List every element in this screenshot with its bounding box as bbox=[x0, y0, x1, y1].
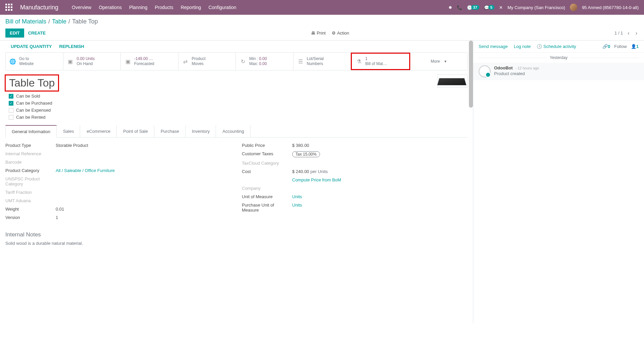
breadcrumb-table[interactable]: Table bbox=[52, 18, 66, 25]
stat-product-moves[interactable]: ⇄ Product Moves bbox=[178, 53, 236, 70]
schedule-activity-button[interactable]: 🕓 Schedule activity bbox=[537, 44, 576, 49]
activity-indicator[interactable]: 🕓 37 bbox=[467, 5, 479, 10]
tab-general-info[interactable]: General Information bbox=[5, 125, 57, 137]
lbl-internal-ref: Internal Reference bbox=[5, 151, 56, 156]
clock-icon: 🕓 bbox=[537, 44, 542, 49]
print-icon: 🖶 bbox=[311, 31, 315, 36]
stat-bill-of-materials[interactable]: ⚗ 1Bill of Mat… bbox=[351, 53, 410, 70]
tab-sales[interactable]: Sales bbox=[57, 125, 80, 137]
lbl-customer-taxes: Customer Taxes bbox=[242, 151, 292, 156]
app-brand[interactable]: Manufacturing bbox=[20, 4, 58, 11]
compute-price-link[interactable]: Compute Price from BoM bbox=[292, 177, 341, 182]
lbl-umt: UMT Aduana bbox=[5, 198, 56, 203]
replenish-button[interactable]: REPLENISH bbox=[59, 44, 84, 49]
bug-icon[interactable]: ✹ bbox=[448, 5, 452, 10]
lbl-product-type: Product Type bbox=[5, 143, 56, 148]
val-uom[interactable]: Units bbox=[292, 194, 302, 199]
stat-on-hand[interactable]: ▣ 0.00 UnitsOn Hand bbox=[63, 53, 121, 70]
menu-reporting[interactable]: Reporting bbox=[181, 5, 201, 10]
val-public-price: $ 380.00 bbox=[292, 143, 468, 148]
top-navbar: Manufacturing Overview Operations Planni… bbox=[0, 0, 644, 15]
stat-more[interactable]: More ▾ bbox=[410, 53, 468, 70]
paperclip-icon: 🔗 bbox=[602, 44, 608, 49]
tab-pos[interactable]: Point of Sale bbox=[117, 125, 154, 137]
val-customer-taxes[interactable]: Tax 15.00% bbox=[292, 151, 320, 157]
message-count: 5 bbox=[488, 5, 494, 10]
print-button[interactable]: 🖶 Print bbox=[311, 31, 326, 36]
breadcrumb-current: Table Top bbox=[72, 18, 98, 25]
tab-purchase[interactable]: Purchase bbox=[154, 125, 185, 137]
val-category[interactable]: All / Saleable / Office Furniture bbox=[56, 168, 115, 173]
menu-products[interactable]: Products bbox=[155, 5, 173, 10]
menu-planning[interactable]: Planning bbox=[129, 5, 148, 10]
user-avatar[interactable] bbox=[570, 4, 577, 11]
transfer-icon: ⇄ bbox=[182, 58, 189, 65]
main-menu: Overview Operations Planning Products Re… bbox=[72, 5, 448, 10]
chatter-date-separator: Yesterday bbox=[473, 53, 644, 63]
internal-notes-title: Internal Notes bbox=[5, 231, 468, 238]
user-name[interactable]: 95 Anmed (8567780-14-0-all) bbox=[582, 5, 639, 10]
lbl-company: Company bbox=[242, 186, 292, 191]
tab-ecommerce[interactable]: eCommerce bbox=[80, 125, 117, 137]
action-button[interactable]: ⚙ Action bbox=[332, 31, 349, 36]
product-title: Table Top bbox=[5, 74, 59, 92]
msg-time: - 12 hours ago bbox=[515, 66, 539, 70]
stat-website[interactable]: 🌐 Go to Website bbox=[6, 53, 63, 70]
pager-prev[interactable]: ‹ bbox=[626, 30, 631, 36]
check-can-be-sold[interactable]: ✓Can be Sold bbox=[9, 94, 468, 99]
odoobot-avatar bbox=[479, 65, 491, 77]
company-selector[interactable]: My Company (San Francisco) bbox=[507, 5, 565, 10]
breadcrumb-sep: / bbox=[68, 18, 70, 25]
create-button[interactable]: CREATE bbox=[28, 31, 46, 36]
check-can-be-rented[interactable]: Can be Rented bbox=[9, 115, 468, 120]
apps-grid-icon[interactable] bbox=[5, 4, 13, 11]
lbl-public-price: Public Price bbox=[242, 143, 292, 148]
cubes-icon: ▣ bbox=[67, 58, 74, 65]
lbl-unspsc: UNSPSC Product Category bbox=[5, 176, 56, 186]
activity-count: 37 bbox=[471, 5, 479, 10]
flask-icon: ⚗ bbox=[355, 58, 363, 65]
attachment-count[interactable]: 🔗0 bbox=[602, 44, 610, 49]
breadcrumb: Bill of Materials / Table / Table Top bbox=[5, 18, 639, 25]
follow-button[interactable]: Follow bbox=[614, 44, 627, 49]
gear-icon: ⚙ bbox=[332, 31, 336, 36]
messages-indicator[interactable]: 💬 5 bbox=[484, 5, 494, 10]
globe-icon: 🌐 bbox=[9, 58, 16, 65]
menu-operations[interactable]: Operations bbox=[99, 5, 121, 10]
list-icon: ☰ bbox=[297, 58, 304, 65]
log-note-button[interactable]: Log note bbox=[514, 44, 531, 49]
tab-accounting[interactable]: Accounting bbox=[216, 125, 250, 137]
val-product-type: Storable Product bbox=[56, 143, 231, 148]
stat-reorder[interactable]: ↻ Min : 0.00 Max: 0.00 bbox=[236, 53, 293, 70]
tab-bar: General Information Sales eCommerce Poin… bbox=[5, 125, 468, 137]
chatter-panel: Send message Log note 🕓 Schedule activit… bbox=[473, 41, 644, 323]
val-version: 1 bbox=[56, 215, 231, 220]
stat-forecasted[interactable]: ▣ -149.00 …Forecasted bbox=[121, 53, 178, 70]
pager-count: 1 / 1 bbox=[614, 31, 623, 36]
lbl-version: Version bbox=[5, 215, 56, 220]
lbl-category: Product Category bbox=[5, 168, 56, 173]
tab-inventory[interactable]: Inventory bbox=[185, 125, 216, 137]
check-can-be-expensed[interactable]: Can be Expensed bbox=[9, 108, 468, 113]
menu-overview[interactable]: Overview bbox=[72, 5, 91, 10]
lbl-uom: Unit of Measure bbox=[242, 194, 292, 199]
val-cost: $ 240.00 bbox=[292, 169, 309, 174]
pager-next[interactable]: › bbox=[634, 30, 639, 36]
send-message-button[interactable]: Send message bbox=[479, 44, 508, 49]
close-icon[interactable]: ✕ bbox=[499, 5, 503, 10]
product-image[interactable] bbox=[437, 74, 468, 88]
lbl-taxcloud: TaxCloud Category bbox=[242, 161, 292, 166]
menu-configuration[interactable]: Configuration bbox=[208, 5, 236, 10]
edit-button[interactable]: EDIT bbox=[5, 29, 24, 38]
msg-author: OdooBot bbox=[494, 65, 513, 70]
internal-notes-text: Solid wood is a durable natural material… bbox=[5, 241, 468, 246]
lbl-puom: Purchase Unit of Measure bbox=[242, 203, 292, 213]
val-puom[interactable]: Units bbox=[292, 203, 302, 208]
phone-icon[interactable]: 📞 bbox=[457, 5, 462, 10]
check-can-be-purchased[interactable]: ✓Can be Purchased bbox=[9, 101, 468, 106]
update-quantity-button[interactable]: UPDATE QUANTITY bbox=[11, 44, 52, 49]
follower-count[interactable]: 👤1 bbox=[631, 44, 639, 49]
stat-lot-serial[interactable]: ☰ Lot/Serial Numbers bbox=[293, 53, 351, 70]
breadcrumb-bom[interactable]: Bill of Materials bbox=[5, 18, 46, 25]
person-icon: 👤 bbox=[631, 44, 636, 49]
